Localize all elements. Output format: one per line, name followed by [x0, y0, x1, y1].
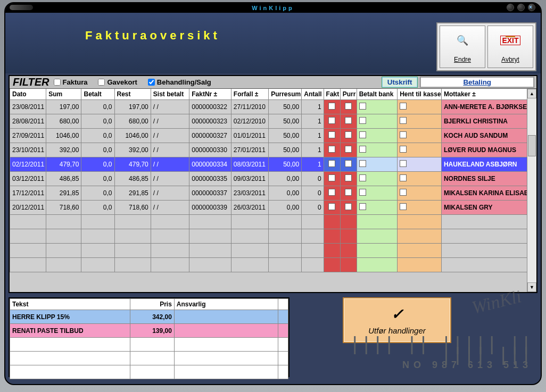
cell-bank[interactable] — [357, 186, 398, 201]
betaling-button[interactable]: Betaling — [420, 77, 534, 88]
table-row[interactable]: 27/09/20111046,000,01046,00/ /0000000327… — [10, 129, 536, 143]
dcell-pris: 342,00 — [130, 310, 174, 324]
avbryt-button[interactable]: EXIT Avbryt — [487, 26, 533, 68]
cell-purr[interactable] — [340, 172, 357, 186]
cell-betalt: 0,0 — [81, 129, 114, 143]
cell-hent[interactable] — [398, 201, 442, 215]
table-row[interactable]: 20/12/2011718,600,0718,60/ /000000033926… — [10, 201, 536, 215]
cell-dato: 02/12/2011 — [10, 157, 46, 172]
col-antall[interactable]: Antall — [302, 89, 324, 100]
table-row[interactable]: 17/12/2011291,850,0291,85/ /000000033723… — [10, 186, 536, 201]
cell-hent[interactable] — [398, 143, 442, 157]
scroll-down-icon[interactable]: ▼ — [527, 282, 536, 292]
cell-hent[interactable] — [398, 100, 442, 114]
cell-purr[interactable] — [340, 129, 357, 143]
cell-hent[interactable] — [398, 114, 442, 129]
detail-row[interactable]: RENATI PASTE TILBUD139,00 — [10, 324, 288, 338]
cell-antall: 0 — [302, 172, 324, 186]
col-betalt[interactable]: Betalt — [81, 89, 114, 100]
cell-purr[interactable] — [340, 186, 357, 201]
cell-forfall: 23/03/2011 — [231, 186, 268, 201]
cell-sist: / / — [151, 129, 189, 143]
scroll-thumb[interactable] — [528, 135, 536, 156]
dcol-tekst[interactable]: Tekst — [10, 299, 130, 310]
close-button[interactable]: × — [528, 4, 535, 11]
grid-scroll: Dato Sum Betalt Rest Sist betalt FaktNr … — [10, 89, 536, 292]
col-forfall[interactable]: Forfall ± — [231, 89, 268, 100]
invoice-table: Dato Sum Betalt Rest Sist betalt FaktNr … — [10, 89, 536, 272]
col-bank[interactable]: Betalt bank — [357, 89, 398, 100]
col-rest[interactable]: Rest — [114, 89, 151, 100]
cell-fakt[interactable] — [324, 143, 340, 157]
cell-mottaker: MIKALSEN KARINA ELISAB — [441, 186, 536, 201]
cell-bank[interactable] — [357, 129, 398, 143]
cell-betalt: 0,0 — [81, 172, 114, 186]
maximize-button[interactable] — [517, 4, 525, 11]
dcol-ansvarlig[interactable]: Ansvarlig — [174, 299, 278, 310]
cell-bank[interactable] — [357, 172, 398, 186]
table-row[interactable]: 02/12/2011479,700,0479,70/ /000000033408… — [10, 157, 536, 172]
cell-rest: 486,85 — [114, 172, 151, 186]
table-row[interactable]: 23/08/2011197,000,0197,00/ /000000032227… — [10, 100, 536, 114]
cell-fakt[interactable] — [324, 129, 340, 143]
cell-purresum: 50,00 — [269, 143, 302, 157]
col-sistbetalt[interactable]: Sist betalt — [151, 89, 189, 100]
cell-fakt[interactable] — [324, 100, 340, 114]
dcell-pad — [278, 310, 288, 324]
filter-faktura-checkbox[interactable] — [54, 79, 61, 86]
cell-purresum: 0,00 — [269, 201, 302, 215]
endre-button[interactable]: 🔍 Endre — [440, 26, 485, 68]
cell-mottaker: LØVER RUUD MAGNUS — [441, 143, 536, 157]
cell-hent[interactable] — [398, 172, 442, 186]
cell-fakt[interactable] — [324, 114, 340, 129]
col-purr[interactable]: Purr — [340, 89, 357, 100]
cell-purr[interactable] — [340, 100, 357, 114]
filter-gavekort-checkbox[interactable] — [98, 79, 105, 86]
table-row[interactable]: 28/08/2011680,000,0680,00/ /000000032302… — [10, 114, 536, 129]
col-sum[interactable]: Sum — [46, 89, 81, 100]
cell-fakt[interactable] — [324, 201, 340, 215]
cell-purr[interactable] — [340, 114, 357, 129]
cell-hent[interactable] — [398, 157, 442, 172]
col-mottaker[interactable]: Mottaker ± — [441, 89, 536, 100]
grid-scrollbar[interactable]: ▲ ▼ — [527, 89, 536, 292]
cell-purr[interactable] — [340, 201, 357, 215]
cell-bank[interactable] — [357, 157, 398, 172]
filter-gavekort[interactable]: Gavekort — [98, 78, 137, 86]
cell-hent[interactable] — [398, 129, 442, 143]
filter-faktura[interactable]: Faktura — [54, 78, 88, 86]
col-hent[interactable]: Hent til kasse — [398, 89, 442, 100]
table-row[interactable]: 03/12/2011486,850,0486,85/ /000000033509… — [10, 172, 536, 186]
app-window: WinKlipp × Fakturaoversikt 🔍 Endre EXIT … — [4, 2, 542, 385]
cell-bank[interactable] — [357, 114, 398, 129]
dcol-scroll — [278, 299, 288, 310]
cell-bank[interactable] — [357, 143, 398, 157]
cell-dato: 28/08/2011 — [10, 114, 46, 129]
col-purresum[interactable]: Purresum — [269, 89, 302, 100]
table-row-empty — [10, 258, 536, 272]
detail-row[interactable]: HERRE KLIPP 15%342,00 — [10, 310, 288, 324]
utskrift-button[interactable]: Utskrift — [382, 77, 418, 88]
dcol-pris[interactable]: Pris — [130, 299, 174, 310]
filter-behandling-checkbox[interactable] — [148, 79, 155, 86]
minimize-button[interactable] — [507, 4, 514, 11]
table-row[interactable]: 23/10/2011392,000,0392,00/ /000000033027… — [10, 143, 536, 157]
scroll-up-icon[interactable]: ▲ — [527, 89, 536, 98]
cell-fakt[interactable] — [324, 186, 340, 201]
col-dato[interactable]: Dato — [10, 89, 46, 100]
cell-hent[interactable] — [398, 186, 442, 201]
cell-fakt[interactable] — [324, 172, 340, 186]
cell-antall: 1 — [302, 157, 324, 172]
cell-purr[interactable] — [340, 157, 357, 172]
scroll-track[interactable] — [527, 98, 536, 282]
cell-antall: 1 — [302, 100, 324, 114]
col-faktnr[interactable]: FaktNr ± — [189, 89, 231, 100]
titlebar-decor — [10, 5, 33, 10]
filter-behandling[interactable]: Behandling/Salg — [148, 78, 211, 86]
cell-bank[interactable] — [357, 201, 398, 215]
cell-purr[interactable] — [340, 143, 357, 157]
cell-forfall: 01/01/2011 — [231, 129, 268, 143]
col-fakt[interactable]: Fakt — [324, 89, 340, 100]
cell-fakt[interactable] — [324, 157, 340, 172]
cell-bank[interactable] — [357, 100, 398, 114]
